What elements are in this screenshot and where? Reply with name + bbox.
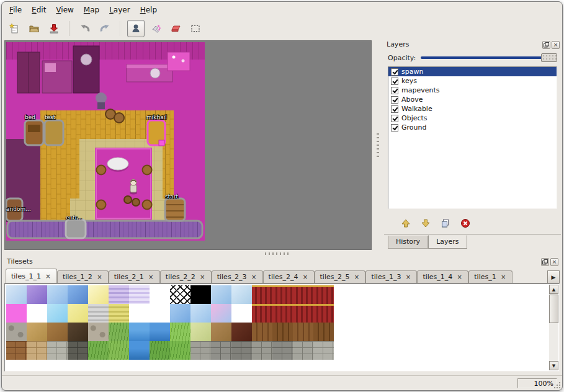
tile[interactable] bbox=[47, 285, 68, 304]
duplicate-layer-button[interactable] bbox=[439, 216, 452, 230]
scroll-down-button[interactable]: ▼ bbox=[549, 361, 558, 370]
layer-row-mapevents[interactable]: mapevents bbox=[388, 86, 557, 95]
layer-row-Objects[interactable]: Objects bbox=[388, 114, 557, 123]
layer-row-spawn[interactable]: spawn bbox=[388, 67, 557, 76]
delete-layer-button[interactable] bbox=[459, 216, 472, 230]
redo-button[interactable] bbox=[96, 20, 114, 37]
new-button[interactable] bbox=[6, 20, 23, 37]
close-tab-icon[interactable]: × bbox=[148, 274, 154, 280]
tile[interactable] bbox=[293, 323, 313, 341]
layer-visibility-checkbox[interactable] bbox=[391, 124, 398, 131]
tile[interactable] bbox=[109, 323, 129, 341]
tile[interactable] bbox=[88, 285, 109, 304]
close-tab-icon[interactable]: × bbox=[96, 274, 103, 280]
menu-item-help[interactable]: Help bbox=[135, 4, 162, 16]
tile[interactable] bbox=[170, 304, 190, 323]
tile[interactable] bbox=[252, 285, 272, 304]
layer-row-keys[interactable]: keys bbox=[388, 76, 557, 86]
tile[interactable] bbox=[150, 341, 170, 360]
scroll-tabs-right-button[interactable]: ▶ bbox=[547, 270, 560, 283]
menu-item-edit[interactable]: Edit bbox=[27, 4, 51, 16]
tile[interactable] bbox=[68, 341, 88, 360]
undo-button[interactable] bbox=[76, 20, 94, 37]
tileset-tab-tiles_1_4[interactable]: tiles_1_4× bbox=[417, 270, 468, 283]
tile[interactable] bbox=[129, 341, 150, 360]
layer-visibility-checkbox[interactable] bbox=[391, 115, 398, 122]
horizontal-splitter[interactable] bbox=[4, 250, 560, 257]
tile[interactable] bbox=[6, 341, 27, 360]
bucket-fill-tool-button[interactable] bbox=[147, 20, 164, 37]
resize-grip[interactable] bbox=[553, 381, 561, 389]
tile[interactable] bbox=[313, 323, 334, 341]
tileset-tab-tiles_2_2[interactable]: tiles_2_2× bbox=[160, 270, 212, 283]
tile[interactable] bbox=[313, 341, 334, 360]
tile[interactable] bbox=[6, 304, 27, 323]
tile[interactable] bbox=[190, 304, 211, 323]
close-tab-icon[interactable]: × bbox=[45, 273, 51, 280]
layer-row-Ground[interactable]: Ground bbox=[388, 123, 557, 132]
tile[interactable] bbox=[293, 304, 313, 323]
tile[interactable] bbox=[6, 323, 27, 341]
map-canvas[interactable]: bedtestmikhailstartentr...andom... bbox=[4, 40, 372, 250]
tile[interactable] bbox=[272, 285, 293, 304]
tile[interactable] bbox=[170, 341, 190, 360]
tileset-tab-tiles_2_1[interactable]: tiles_2_1× bbox=[109, 270, 160, 283]
tile[interactable] bbox=[109, 341, 129, 360]
tile[interactable] bbox=[88, 304, 109, 323]
scroll-up-button[interactable]: ▲ bbox=[549, 285, 558, 294]
tile[interactable] bbox=[129, 285, 150, 304]
tile[interactable] bbox=[129, 323, 150, 341]
tile[interactable] bbox=[272, 304, 293, 323]
float-panel-button[interactable] bbox=[542, 41, 550, 49]
tile[interactable] bbox=[68, 285, 88, 304]
close-tab-icon[interactable]: × bbox=[405, 274, 411, 280]
close-tab-icon[interactable]: × bbox=[251, 274, 257, 280]
menu-item-layer[interactable]: Layer bbox=[104, 4, 135, 16]
tile[interactable] bbox=[211, 285, 231, 304]
tile[interactable] bbox=[252, 323, 272, 341]
tile[interactable] bbox=[150, 285, 170, 304]
close-tab-icon[interactable]: × bbox=[456, 274, 463, 280]
menu-item-view[interactable]: View bbox=[51, 4, 78, 16]
tile[interactable] bbox=[170, 285, 190, 304]
float-panel-button[interactable] bbox=[541, 258, 549, 266]
close-tab-icon[interactable]: × bbox=[302, 274, 309, 280]
tile[interactable] bbox=[88, 341, 109, 360]
layer-visibility-checkbox[interactable] bbox=[391, 96, 398, 104]
tile[interactable] bbox=[27, 304, 47, 323]
tileset-view[interactable]: ▲ ▼ bbox=[4, 283, 560, 372]
tileset-tab-tiles_2_5[interactable]: tiles_2_5× bbox=[315, 270, 366, 283]
tile[interactable] bbox=[313, 285, 334, 304]
tile[interactable] bbox=[313, 304, 334, 323]
tile[interactable] bbox=[47, 341, 68, 360]
tile[interactable] bbox=[68, 323, 88, 341]
tile[interactable] bbox=[190, 341, 211, 360]
tile[interactable] bbox=[231, 304, 252, 323]
tile[interactable] bbox=[272, 323, 293, 341]
raise-layer-button[interactable] bbox=[399, 216, 413, 230]
close-panel-button[interactable]: × bbox=[550, 258, 558, 266]
tile[interactable] bbox=[190, 285, 211, 304]
layer-visibility-checkbox[interactable] bbox=[391, 78, 398, 85]
tile[interactable] bbox=[109, 285, 129, 304]
tile[interactable] bbox=[211, 341, 231, 360]
tile[interactable] bbox=[47, 304, 68, 323]
lower-layer-button[interactable] bbox=[419, 216, 432, 230]
dock-tab-history[interactable]: History bbox=[388, 236, 428, 249]
tileset-tab-tiles_1_2[interactable]: tiles_1_2× bbox=[57, 270, 109, 283]
tile[interactable] bbox=[252, 341, 272, 360]
slider-handle[interactable] bbox=[541, 53, 557, 62]
tile[interactable] bbox=[272, 341, 293, 360]
tile[interactable] bbox=[68, 304, 88, 323]
close-tab-icon[interactable]: × bbox=[500, 274, 507, 280]
layer-visibility-checkbox[interactable] bbox=[391, 105, 398, 113]
vertical-splitter[interactable] bbox=[372, 40, 384, 250]
layer-visibility-checkbox[interactable] bbox=[391, 68, 398, 76]
eraser-tool-button[interactable] bbox=[167, 20, 184, 37]
tile[interactable] bbox=[293, 341, 313, 360]
save-button[interactable] bbox=[45, 20, 63, 37]
tile[interactable] bbox=[231, 341, 252, 360]
tile[interactable] bbox=[27, 285, 47, 304]
scrollbar-thumb[interactable] bbox=[549, 295, 558, 323]
menu-item-file[interactable]: File bbox=[4, 4, 27, 16]
